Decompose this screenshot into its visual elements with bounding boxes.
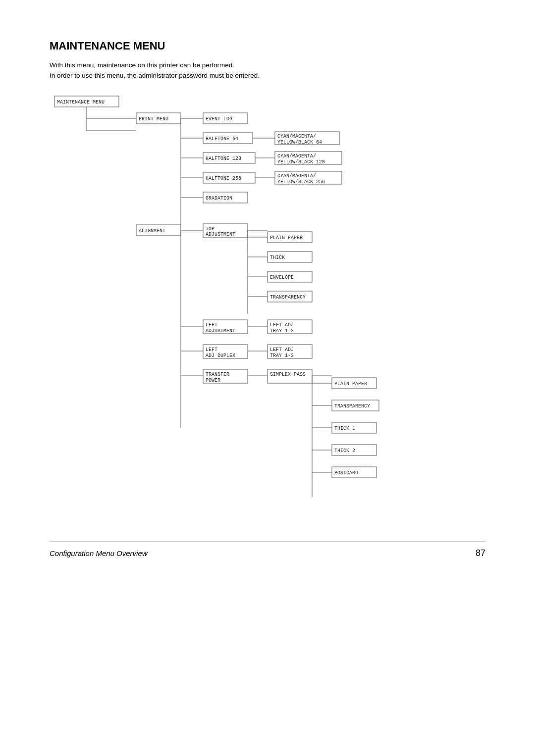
svg-text:TRAY 1-3: TRAY 1-3 <box>270 353 294 358</box>
svg-text:MAINTENANCE MENU: MAINTENANCE MENU <box>57 100 105 105</box>
svg-text:TRANSPARENCY: TRANSPARENCY <box>270 295 306 300</box>
tree-diagram: .node-text { font-family: 'Courier New',… <box>50 91 456 522</box>
svg-text:YELLOW/BLACK 128: YELLOW/BLACK 128 <box>277 159 325 165</box>
svg-text:POWER: POWER <box>206 378 220 383</box>
footer-left: Configuration Menu Overview <box>50 549 148 557</box>
svg-text:TRANSPARENCY: TRANSPARENCY <box>334 403 370 409</box>
svg-text:SIMPLEX PASS: SIMPLEX PASS <box>270 372 306 377</box>
svg-text:LEFT ADJ: LEFT ADJ <box>270 347 294 353</box>
svg-text:HALFTONE 256: HALFTONE 256 <box>206 176 241 181</box>
svg-text:HALFTONE 128: HALFTONE 128 <box>206 156 241 161</box>
footer-right: 87 <box>476 548 485 558</box>
svg-text:PLAIN PAPER: PLAIN PAPER <box>270 235 303 241</box>
svg-text:LEFT: LEFT <box>206 347 217 353</box>
svg-text:YELLOW/BLACK 64: YELLOW/BLACK 64 <box>277 140 322 145</box>
svg-text:LEFT: LEFT <box>206 322 217 328</box>
svg-text:THICK 1: THICK 1 <box>334 426 355 431</box>
diagram-container: .node-text { font-family: 'Courier New',… <box>50 91 485 522</box>
svg-text:THICK: THICK <box>270 255 285 260</box>
svg-text:PLAIN PAPER: PLAIN PAPER <box>334 381 367 387</box>
svg-text:ENVELOPE: ENVELOPE <box>270 275 294 280</box>
svg-text:TRANSFER: TRANSFER <box>206 372 229 377</box>
svg-text:YELLOW/BLACK 256: YELLOW/BLACK 256 <box>277 179 325 185</box>
svg-text:EVENT LOG: EVENT LOG <box>206 116 232 122</box>
svg-text:CYAN/MAGENTA/: CYAN/MAGENTA/ <box>277 153 316 159</box>
svg-text:POSTCARD: POSTCARD <box>334 470 358 476</box>
svg-text:THICK 2: THICK 2 <box>334 448 355 454</box>
svg-text:TRAY 1-3: TRAY 1-3 <box>270 328 294 334</box>
svg-text:CYAN/MAGENTA/: CYAN/MAGENTA/ <box>277 173 316 179</box>
page-title: MAINTENANCE MENU <box>50 40 485 52</box>
footer: Configuration Menu Overview 87 <box>50 542 485 558</box>
page: MAINTENANCE MENU With this menu, mainten… <box>0 0 535 756</box>
svg-text:HALFTONE 64: HALFTONE 64 <box>206 136 238 142</box>
svg-text:ALIGNMENT: ALIGNMENT <box>139 228 165 234</box>
svg-text:TOP: TOP <box>206 226 214 232</box>
svg-text:ADJUSTMENT: ADJUSTMENT <box>206 232 235 237</box>
svg-text:CYAN/MAGENTA/: CYAN/MAGENTA/ <box>277 134 316 139</box>
description-2: In order to use this menu, the administr… <box>50 72 485 79</box>
svg-text:ADJUSTMENT: ADJUSTMENT <box>206 328 235 334</box>
svg-text:GRADATION: GRADATION <box>206 196 232 201</box>
svg-text:ADJ DUPLEX: ADJ DUPLEX <box>206 353 235 358</box>
description-1: With this menu, maintenance on this prin… <box>50 61 485 69</box>
svg-text:PRINT MENU: PRINT MENU <box>139 116 168 122</box>
svg-text:LEFT ADJ: LEFT ADJ <box>270 322 294 328</box>
